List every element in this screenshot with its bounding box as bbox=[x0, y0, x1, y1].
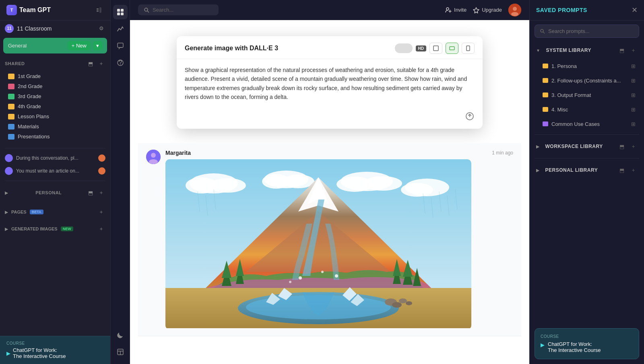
toggle-switch[interactable] bbox=[395, 43, 413, 53]
generated-label-group[interactable]: ▶ GENERATED IMAGES NEW bbox=[5, 226, 73, 231]
course-play-icon: ▶ bbox=[541, 342, 545, 348]
layout-button[interactable] bbox=[113, 345, 128, 359]
general-label: General bbox=[8, 43, 27, 49]
svg-point-38 bbox=[363, 176, 402, 191]
view-landscape-button[interactable] bbox=[446, 43, 458, 54]
course-label: COURSE bbox=[6, 341, 104, 345]
upgrade-button[interactable]: Upgrade bbox=[473, 7, 502, 13]
personal-add-folder-button[interactable]: ⬒ bbox=[87, 187, 95, 198]
course-promo-text: ChatGPT for Work:The Interactive Course bbox=[548, 341, 601, 353]
folder-4th-grade[interactable]: 4th Grade bbox=[5, 101, 105, 111]
help-button[interactable] bbox=[113, 56, 128, 70]
personal-library-export-button[interactable]: ⬒ bbox=[617, 166, 626, 175]
course-promo-title: ▶ ChatGPT for Work:The Interactive Cours… bbox=[541, 341, 633, 353]
message-image bbox=[165, 159, 471, 329]
system-library-export-button[interactable]: ⬒ bbox=[617, 46, 626, 55]
shared-section: SHARED ⬒ ＋ 1st Grade 2nd Grade 3rd Grade… bbox=[0, 55, 110, 145]
dark-mode-button[interactable] bbox=[113, 328, 128, 342]
send-button[interactable] bbox=[465, 111, 475, 122]
collapse-sidebar-button[interactable] bbox=[94, 5, 104, 15]
lib-folder-expand-button[interactable]: ⊞ bbox=[629, 62, 638, 70]
svg-rect-24 bbox=[466, 46, 470, 51]
shared-add-folder-button[interactable]: ⬒ bbox=[87, 58, 95, 69]
lib-folder-expand-button5[interactable]: ⊞ bbox=[629, 119, 638, 128]
invite-button[interactable]: Invite bbox=[445, 7, 466, 13]
grid-view-button[interactable] bbox=[113, 5, 128, 19]
workspace-library-header[interactable]: ▶ WORKSPACE LIBRARY ⬒ ＋ bbox=[530, 138, 644, 155]
folder-3rd-grade[interactable]: 3rd Grade bbox=[5, 91, 105, 101]
folder-label: 3rd Grade bbox=[18, 93, 41, 99]
folder-lesson-plans[interactable]: Lesson Plans bbox=[5, 111, 105, 121]
personal-library-add-button[interactable]: ＋ bbox=[629, 166, 638, 175]
svg-point-21 bbox=[511, 12, 518, 16]
svg-point-76 bbox=[406, 301, 412, 305]
search-placeholder: Search... bbox=[153, 7, 173, 13]
folder-icon-yellow2 bbox=[8, 104, 14, 109]
workspace-label: 11 Classroom bbox=[17, 25, 52, 32]
message-header: Margarita 1 min ago bbox=[165, 150, 513, 156]
upgrade-label: Upgrade bbox=[482, 7, 502, 13]
lib-folder-expand-button4[interactable]: ⊞ bbox=[629, 105, 638, 114]
lib-folder-expand-button2[interactable]: ⊞ bbox=[629, 76, 638, 85]
pages-label-group[interactable]: ▶ PAGES BETA bbox=[5, 210, 43, 214]
user-avatar-img bbox=[508, 4, 521, 16]
app-name: Team GPT bbox=[19, 6, 51, 14]
shared-new-button[interactable]: ＋ bbox=[97, 58, 105, 69]
conversation-item-2[interactable]: You must write an article on... bbox=[0, 165, 110, 177]
analytics-button[interactable] bbox=[113, 22, 128, 36]
lib-folder-expand-button3[interactable]: ⊞ bbox=[629, 90, 638, 99]
lib-folder-misc[interactable]: 4. Misc ⊞ bbox=[530, 102, 644, 117]
conversation-item-1[interactable]: During this conversation, pl... bbox=[0, 152, 110, 165]
workspace-section: 11 11 Classroom ⚙ bbox=[0, 21, 110, 36]
folder-icon-pink bbox=[8, 84, 14, 89]
shared-header: SHARED ⬒ ＋ bbox=[5, 58, 105, 69]
view-square-button[interactable] bbox=[429, 43, 442, 54]
course-footer[interactable]: COURSE ▶ ChatGPT for Work:The Interactiv… bbox=[0, 336, 110, 364]
personal-library-header[interactable]: ▶ PERSONAL LIBRARY ⬒ ＋ bbox=[530, 162, 644, 179]
generated-add-button[interactable]: ＋ bbox=[97, 224, 105, 234]
workspace-name[interactable]: 11 11 Classroom bbox=[5, 24, 52, 33]
personal-new-button[interactable]: ＋ bbox=[97, 187, 105, 198]
svg-rect-0 bbox=[97, 8, 99, 9]
chat-button[interactable] bbox=[113, 39, 128, 53]
new-chat-button[interactable]: + New bbox=[68, 41, 91, 50]
course-title-text: ChatGPT for Work:The Interactive Course bbox=[13, 347, 66, 359]
lib-folder-output[interactable]: 3. Output Format ⊞ bbox=[530, 88, 644, 102]
folder-label: 2nd Grade bbox=[18, 83, 42, 89]
folder-materials[interactable]: Materials bbox=[5, 121, 105, 132]
lib-folder-persona[interactable]: 1. Persona ⊞ bbox=[530, 59, 644, 73]
search-box[interactable]: Search... bbox=[138, 4, 219, 15]
general-chevron-button[interactable]: ▾ bbox=[93, 41, 102, 50]
svg-point-13 bbox=[144, 8, 148, 11]
personal-library-label: PERSONAL LIBRARY bbox=[545, 167, 598, 173]
dialog-footer bbox=[177, 108, 483, 129]
lib-folder-followups[interactable]: 2. Follow-ups (Constraints a... ⊞ bbox=[530, 73, 644, 88]
personal-library-chevron: ▶ bbox=[536, 168, 540, 173]
pages-add-button[interactable]: ＋ bbox=[97, 207, 105, 217]
system-library-header[interactable]: ▼ SYSTEM LIBRARY ⬒ ＋ bbox=[530, 42, 644, 59]
personal-header[interactable]: ▶ PERSONAL ⬒ ＋ bbox=[5, 187, 105, 198]
lib-folder-common[interactable]: Common Use Cases ⊞ bbox=[530, 117, 644, 131]
folder-1st-grade[interactable]: 1st Grade bbox=[5, 71, 105, 81]
shared-label: SHARED bbox=[5, 61, 25, 66]
panel-title: SAVED PROMPTS bbox=[536, 7, 587, 13]
close-panel-button[interactable]: ✕ bbox=[632, 6, 638, 14]
view-portrait-button[interactable] bbox=[462, 43, 475, 54]
course-promo[interactable]: COURSE ▶ ChatGPT for Work:The Interactiv… bbox=[535, 328, 639, 359]
svg-rect-23 bbox=[450, 47, 454, 50]
panel-header: SAVED PROMPTS ✕ bbox=[530, 0, 644, 21]
system-library-add-button[interactable]: ＋ bbox=[629, 46, 638, 55]
user-avatar[interactable] bbox=[508, 4, 521, 16]
workspace-library-export-button[interactable]: ⬒ bbox=[617, 142, 626, 151]
folder-2nd-grade[interactable]: 2nd Grade bbox=[5, 81, 105, 91]
send-icon bbox=[465, 111, 475, 121]
prompts-search-input[interactable] bbox=[548, 28, 634, 34]
mountain-scene-svg bbox=[165, 159, 471, 328]
folder-label: 4th Grade bbox=[18, 103, 41, 109]
workspace-library-actions: ⬒ ＋ bbox=[617, 142, 638, 151]
folder-presentations[interactable]: Presentations bbox=[5, 132, 105, 142]
search-prompts-box[interactable] bbox=[535, 25, 639, 38]
workspace-library-add-button[interactable]: ＋ bbox=[629, 142, 638, 151]
workspace-settings-button[interactable]: ⚙ bbox=[97, 24, 105, 33]
lib-folder-icon-yellow bbox=[543, 64, 548, 68]
